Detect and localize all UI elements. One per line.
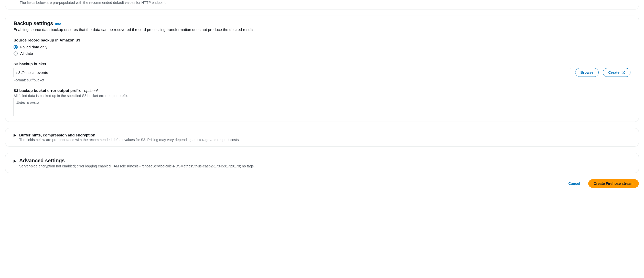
radio-indicator xyxy=(14,51,18,56)
footer-actions: Cancel Create Firehose stream xyxy=(5,179,639,188)
cancel-button[interactable]: Cancel xyxy=(563,179,585,188)
svg-marker-0 xyxy=(14,134,16,137)
backup-heading: Backup settings xyxy=(14,20,53,26)
radio-label-failed: Failed data only xyxy=(20,45,47,49)
s3-backup-bucket-label: S3 backup bucket xyxy=(14,62,630,66)
buffer-hints-title: Buffer hints, compression and encryption xyxy=(19,133,240,137)
buffer-hints-panel[interactable]: Buffer hints, compression and encryption… xyxy=(5,128,639,147)
advanced-settings-panel[interactable]: Advanced settings Server-side encryption… xyxy=(5,153,639,173)
s3-prefix-hint: All failed data is backed up in the spec… xyxy=(14,94,630,98)
radio-failed-data-only[interactable]: Failed data only xyxy=(14,45,630,49)
http-endpoint-hint: The fields below are pre-populated with … xyxy=(20,1,166,5)
external-link-icon xyxy=(621,71,625,74)
source-record-backup-radio-group: Failed data only All data xyxy=(14,45,630,56)
info-link[interactable]: Info xyxy=(55,22,61,26)
create-bucket-button-label: Create xyxy=(608,70,619,74)
s3-bucket-format-hint: Format: s3://bucket xyxy=(14,78,630,82)
s3-prefix-input[interactable] xyxy=(14,98,69,116)
radio-label-all: All data xyxy=(20,51,33,56)
browse-button-label: Browse xyxy=(581,70,594,74)
radio-all-data[interactable]: All data xyxy=(14,51,630,56)
create-firehose-stream-button[interactable]: Create Firehose stream xyxy=(588,179,639,188)
s3-prefix-label: S3 backup bucket error output prefix - o… xyxy=(14,88,630,93)
cancel-button-label: Cancel xyxy=(568,181,580,186)
source-record-backup-label: Source record backup in Amazon S3 xyxy=(14,38,630,42)
s3-backup-bucket-input[interactable] xyxy=(14,68,571,77)
http-endpoint-panel: The fields below are pre-populated with … xyxy=(5,0,639,9)
create-bucket-button[interactable]: Create xyxy=(603,68,630,77)
buffer-hints-sub: The fields below are pre-populated with … xyxy=(19,138,240,142)
advanced-settings-title: Advanced settings xyxy=(19,158,255,164)
caret-right-icon xyxy=(14,134,16,137)
backup-description: Enabling source data backup ensures that… xyxy=(14,27,630,32)
backup-settings-panel: Backup settings Info Enabling source dat… xyxy=(5,16,639,122)
advanced-settings-sub: Server-side encryption not enabled; erro… xyxy=(19,164,255,168)
create-firehose-button-label: Create Firehose stream xyxy=(594,181,634,186)
caret-right-icon xyxy=(14,160,16,163)
radio-indicator xyxy=(14,45,18,49)
svg-marker-1 xyxy=(14,160,16,163)
browse-button[interactable]: Browse xyxy=(575,68,599,77)
